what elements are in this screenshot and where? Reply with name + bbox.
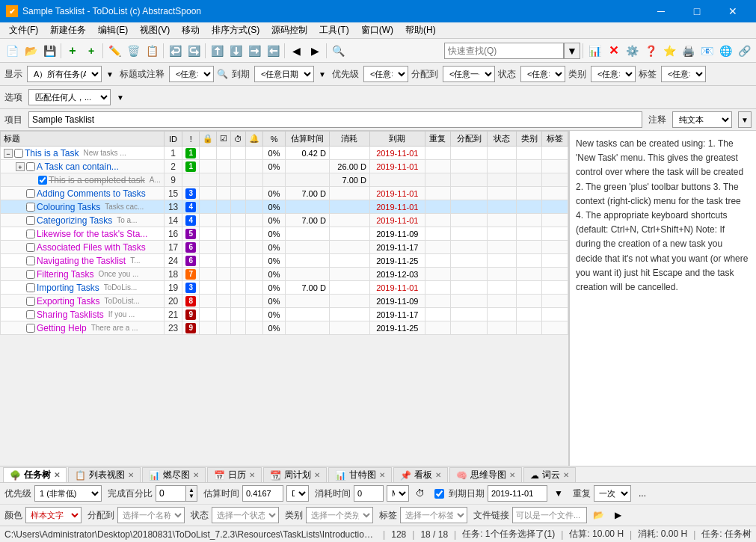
web-button[interactable]: 🌐 [716, 42, 734, 60]
color-select[interactable]: 样本文字 [25, 507, 82, 523]
category-select[interactable]: <任意> [591, 66, 636, 82]
cancel-button[interactable]: ✕ [604, 42, 622, 60]
table-row[interactable]: Filtering Tasks Once you ... 18 7 0% 201… [1, 268, 568, 281]
minimize-button[interactable]: ─ [644, 0, 678, 22]
add-subtask-button[interactable]: + [82, 42, 100, 60]
table-row[interactable]: Importing Tasks ToDoLis... 19 3 0% 7.00 … [1, 281, 568, 295]
tab-思维导图[interactable]: 🧠思维导图✕ [449, 467, 522, 482]
print-button[interactable]: 🖨️ [679, 42, 697, 60]
alloc-select-bottom[interactable]: 选择一个名称 [117, 507, 185, 523]
menu-window[interactable]: 窗口(W) [355, 22, 399, 38]
table-row[interactable]: Likewise for the task's Sta... 16 5 0% 2… [1, 227, 568, 241]
spent-input[interactable] [354, 485, 384, 502]
display-options-button[interactable]: ▼ [103, 66, 117, 82]
status-select[interactable]: <任意> [520, 66, 565, 82]
recur-options-button[interactable]: ... [634, 485, 651, 502]
filelink-browse-button[interactable]: 📂 [590, 507, 606, 523]
project-name-input[interactable] [28, 111, 642, 128]
help-button[interactable]: ❓ [642, 42, 660, 60]
search-go-button[interactable]: ▼ [564, 43, 580, 59]
alloc-select[interactable]: <任意一个> [443, 66, 495, 82]
priority-select-bottom[interactable]: 1 (非常低) [34, 485, 102, 502]
settings-button[interactable]: ⚙️ [623, 42, 641, 60]
table-row[interactable]: Adding Comments to Tasks 15 3 0% 7.00 D … [1, 187, 568, 200]
menu-file[interactable]: 文件(F) [3, 22, 44, 38]
table-row[interactable]: − This is a Task New tasks ... 1 1 0% 0.… [1, 147, 568, 160]
tab-周计划[interactable]: 📆周计划✕ [263, 467, 327, 482]
note-type-dropdown[interactable]: ▼ [738, 111, 752, 128]
table-row[interactable]: Sharing Tasklists If you ... 21 9 0% 201… [1, 308, 568, 321]
menu-help[interactable]: 帮助(H) [399, 22, 442, 38]
menu-sort[interactable]: 排序方式(S) [206, 22, 265, 38]
menu-edit[interactable]: 编辑(E) [92, 22, 134, 38]
outdent-button[interactable]: ⬅️ [264, 42, 282, 60]
table-row[interactable]: Categorizing Tasks To a... 14 4 0% 7.00 … [1, 214, 568, 227]
due-options-button[interactable]: ▼ [316, 66, 329, 82]
tab-燃尽图[interactable]: 📊燃尽图✕ [142, 467, 206, 482]
stats-button[interactable]: 📊 [586, 42, 603, 60]
filelink-input[interactable] [512, 507, 587, 523]
add-task-button[interactable]: + [64, 42, 82, 60]
next-button[interactable]: ▶ [306, 42, 324, 60]
due-input[interactable] [488, 485, 547, 502]
move-up-button[interactable]: ⬆️ [208, 42, 226, 60]
tab-甘特图[interactable]: 📊甘特图✕ [328, 467, 392, 482]
open-button[interactable]: 📂 [22, 42, 40, 60]
match-select[interactable]: 匹配任何人，... [28, 89, 111, 105]
pct-spin-buttons[interactable]: ▲ ▼ [185, 485, 197, 502]
menu-view[interactable]: 视图(V) [134, 22, 176, 38]
tab-任务树[interactable]: 🌳任务树✕ [3, 467, 67, 482]
priority-select[interactable]: <任意> [363, 66, 408, 82]
est-unit-select[interactable]: D [286, 485, 309, 502]
tag-select[interactable]: <任意> [661, 66, 706, 82]
filelink-go-button[interactable]: ▶ [609, 507, 626, 523]
tab-列表视图[interactable]: 📋列表视图✕ [68, 467, 141, 482]
note-search-button[interactable]: 🔍 [215, 66, 229, 82]
tab-日历[interactable]: 📅日历✕ [207, 467, 262, 482]
undo-button[interactable]: ↩️ [166, 42, 184, 60]
due-checkbox[interactable] [434, 489, 444, 499]
copy-button[interactable]: 📋 [143, 42, 161, 60]
due-calendar-button[interactable]: ▼ [550, 485, 567, 502]
star-button[interactable]: ⭐ [660, 42, 678, 60]
tab-词云[interactable]: ☁词云✕ [523, 467, 576, 482]
save-button[interactable]: 💾 [40, 42, 58, 60]
new-tasklist-button[interactable]: 📄 [3, 42, 21, 60]
pct-input[interactable] [156, 485, 185, 502]
cat-select-bottom[interactable]: 选择一个类别 [306, 507, 373, 523]
menu-tools[interactable]: 工具(T) [313, 22, 354, 38]
prev-button[interactable]: ◀ [287, 42, 305, 60]
header-id[interactable]: ID [164, 132, 182, 147]
table-row[interactable]: Exporting Tasks ToDoList... 20 8 0% 2019… [1, 295, 568, 308]
indent-button[interactable]: ➡️ [245, 42, 263, 60]
find-button[interactable]: 🔍 [329, 42, 347, 60]
spent-timer-button[interactable]: ⏱ [412, 485, 428, 502]
status-select-bottom[interactable]: 选择一个状态 [212, 507, 279, 523]
due-select[interactable]: <任意日期> [254, 66, 314, 82]
table-row[interactable]: Colouring Tasks Tasks cac... 13 4 0% 201… [1, 200, 568, 214]
email-button[interactable]: 📧 [698, 42, 716, 60]
move-down-button[interactable]: ⬇️ [227, 42, 245, 60]
est-input[interactable] [242, 485, 283, 502]
display-select[interactable]: A）所有任务(A） [27, 66, 102, 82]
menu-newtask[interactable]: 新建任务 [44, 22, 92, 38]
tab-看板[interactable]: 📌看板✕ [393, 467, 448, 482]
search-input[interactable] [444, 43, 564, 59]
table-row[interactable]: + A Task can contain... 2 1 0% 26.00 D 2… [1, 160, 568, 173]
table-row[interactable]: Navigating the Tasklist T... 24 6 0% 201… [1, 254, 568, 268]
recur-select[interactable]: 一次 [594, 485, 631, 502]
edit-button[interactable]: ✏️ [105, 42, 123, 60]
link-button[interactable]: 🔗 [735, 42, 753, 60]
note-select[interactable]: <任意> [169, 66, 214, 82]
table-row[interactable]: This is a completed task A... 9 7.00 D [1, 173, 568, 187]
note-type-select[interactable]: 纯文本 [672, 111, 732, 128]
maximize-button[interactable]: □ [680, 0, 714, 22]
menu-source[interactable]: 源码控制 [265, 22, 313, 38]
spent-unit-select[interactable]: M [387, 485, 409, 502]
table-row[interactable]: Associated Files with Tasks 17 6 0% 2019… [1, 241, 568, 254]
match-options-button[interactable]: ▼ [114, 89, 127, 105]
redo-button[interactable]: ↪️ [185, 42, 203, 60]
table-row[interactable]: Getting Help There are a ... 23 9 0% 201… [1, 321, 568, 335]
delete-button[interactable]: 🗑️ [124, 42, 142, 60]
tag-select-bottom[interactable]: 选择一个标签 [400, 507, 467, 523]
